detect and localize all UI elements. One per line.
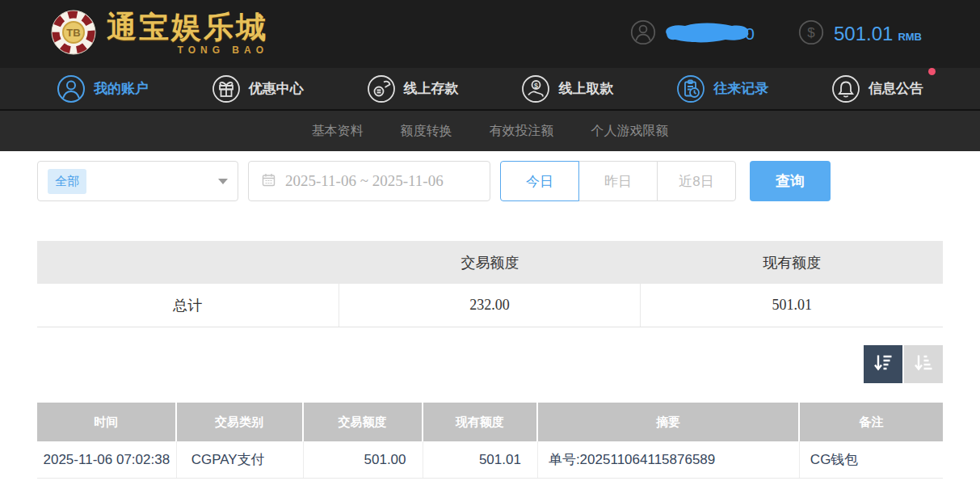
user-icon (57, 74, 86, 103)
nav-label: 线上取款 (558, 79, 613, 98)
record-current-balance: 501.01 (423, 441, 538, 478)
subnav-item-game-limits[interactable]: 个人游戏限额 (591, 123, 669, 140)
nav-item-withdraw[interactable]: $ 线上取款 (521, 74, 613, 103)
record-remark: CG钱包 (800, 441, 943, 478)
user-avatar-icon (630, 19, 656, 49)
records-header-summary: 摘要 (538, 403, 800, 441)
sort-controls (37, 345, 943, 383)
record-summary: 单号:202511064115876589 (538, 441, 800, 478)
search-button[interactable]: 查询 (750, 161, 831, 201)
subnav-item-valid-bets[interactable]: 有效投注额 (490, 123, 554, 140)
records-header-current-balance: 现有额度 (423, 403, 538, 441)
table-row: 2025-11-06 07:02:38 CGPAY支付 501.00 501.0… (37, 441, 943, 479)
sort-ascending-button[interactable] (904, 345, 943, 383)
summary-total-transaction: 232.00 (339, 284, 641, 327)
brand-initials: TB (66, 27, 80, 39)
svg-text:$: $ (534, 81, 538, 89)
user-account[interactable]: 0 (630, 19, 755, 49)
subnav-item-credit-transfer[interactable]: 额度转换 (401, 123, 452, 140)
type-selected-chip: 全部 (48, 169, 86, 194)
records-icon (676, 74, 705, 103)
records-header-transaction-amount: 交易额度 (304, 403, 423, 441)
nav-item-transaction-records[interactable]: 往来记录 (676, 74, 768, 103)
quick-range-group: 今日 昨日 近8日 (500, 161, 736, 201)
nav-label: 信息公告 (869, 79, 923, 98)
svg-text:$: $ (807, 25, 815, 40)
chevron-down-icon (218, 179, 228, 184)
nav-label: 我的账户 (94, 79, 149, 98)
sort-descending-button[interactable] (864, 345, 902, 383)
sort-ascending-icon (913, 352, 935, 377)
brand-name: 通宝娱乐城 (107, 12, 268, 42)
subnav-item-basic-info[interactable]: 基本资料 (312, 123, 364, 140)
summary-header-row: 交易额度 现有额度 (37, 241, 943, 284)
type-select[interactable]: 全部 (37, 161, 238, 201)
nav-item-promotions[interactable]: 优惠中心 (212, 74, 304, 103)
nav-item-deposit[interactable]: 线上存款 (367, 74, 459, 103)
records-header-row: 时间 交易类别 交易额度 现有额度 摘要 备注 (37, 403, 943, 441)
summary-total-label: 总计 (37, 284, 339, 327)
records-table: 时间 交易类别 交易额度 现有额度 摘要 备注 2025-11-06 07:02… (37, 403, 943, 479)
summary-table: 交易额度 现有额度 总计 232.00 501.01 (37, 241, 943, 327)
record-type: CGPAY支付 (177, 441, 304, 478)
quick-range-yesterday[interactable]: 昨日 (578, 161, 658, 201)
withdraw-icon: $ (521, 74, 550, 103)
calendar-icon (262, 173, 275, 190)
username-visible-char: 0 (745, 24, 755, 44)
nav-label: 优惠中心 (249, 79, 304, 98)
brand-latin: TONG BAO (178, 44, 268, 56)
balance[interactable]: $ 501.01 RMB (798, 19, 922, 49)
records-header-time: 时间 (37, 403, 177, 441)
account-subnav: 基本资料 额度转换 有效投注额 个人游戏限额 (0, 111, 980, 151)
date-range-input[interactable]: 2025-11-06 ~ 2025-11-06 (248, 161, 490, 201)
sort-descending-icon (873, 352, 894, 377)
poker-chip-icon: TB (50, 9, 97, 59)
records-header-type: 交易类别 (177, 403, 304, 441)
summary-header-transaction-amount: 交易额度 (339, 253, 641, 272)
bell-icon (831, 74, 860, 103)
nav-label: 线上存款 (404, 79, 459, 98)
username-redaction-scribble (661, 20, 751, 48)
balance-currency: RMB (898, 26, 922, 43)
summary-total-balance: 501.01 (641, 284, 943, 327)
summary-header-current-balance: 现有额度 (641, 253, 943, 272)
record-time: 2025-11-06 07:02:38 (37, 441, 177, 478)
summary-total-row: 总计 232.00 501.01 (37, 284, 943, 327)
nav-label: 往来记录 (713, 79, 768, 98)
quick-range-last8days[interactable]: 近8日 (657, 161, 736, 201)
deposit-icon (367, 74, 396, 103)
record-transaction-amount: 501.00 (304, 441, 423, 478)
records-header-remark: 备注 (800, 403, 943, 441)
top-header: TB 通宝娱乐城 TONG BAO 0 (0, 0, 980, 68)
quick-range-today[interactable]: 今日 (500, 161, 579, 201)
brand-logo[interactable]: TB 通宝娱乐城 TONG BAO (50, 9, 268, 59)
main-content: 全部 2025-11-06 ~ 2025-11-06 今日 昨日 近8日 查询 … (0, 161, 980, 479)
gift-icon (212, 74, 241, 103)
balance-amount: 501.01 (834, 23, 893, 45)
date-range-value: 2025-11-06 ~ 2025-11-06 (285, 172, 444, 190)
nav-item-my-account[interactable]: 我的账户 (57, 74, 149, 103)
notification-badge-dot (928, 68, 936, 75)
nav-item-announcements[interactable]: 信息公告 (831, 74, 923, 103)
dollar-icon: $ (798, 19, 824, 49)
main-nav: 我的账户 优惠中心 线上存款 (0, 68, 980, 111)
filter-bar: 全部 2025-11-06 ~ 2025-11-06 今日 昨日 近8日 查询 (37, 161, 943, 201)
